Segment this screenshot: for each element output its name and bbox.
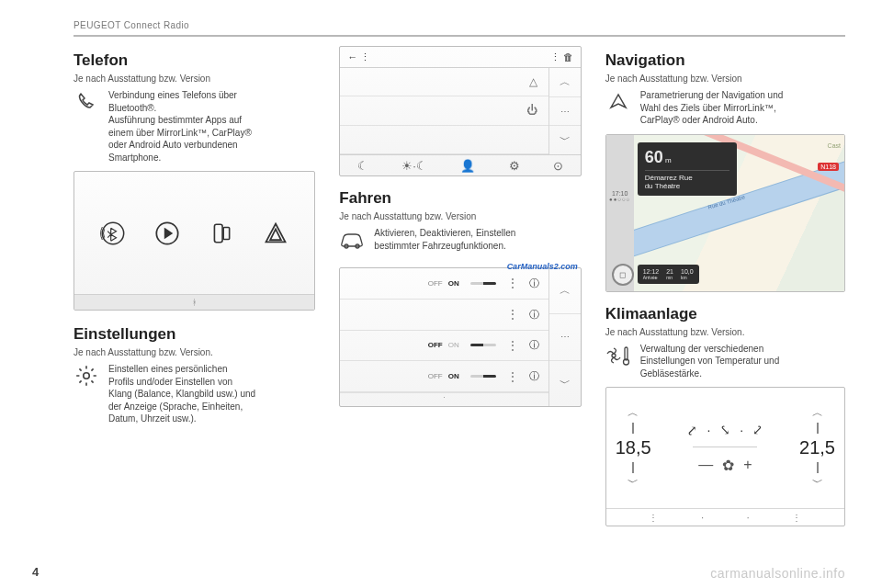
section-title-klima: Klimaanlage (605, 305, 845, 323)
back-icon[interactable]: ← ⋮ (347, 51, 370, 63)
off-label: OFF (428, 341, 443, 349)
location-icon[interactable]: ⊙ (553, 159, 563, 173)
toggle-switch[interactable]: OFFON (428, 341, 459, 349)
watermark-small: CarManuals2.com (507, 262, 578, 271)
on-label: ON (448, 279, 459, 288)
chevron-up-icon[interactable]: ︿ (628, 405, 639, 421)
section-subtitle: Je nach Ausstattung bzw. Version. (74, 347, 313, 357)
toggles-main: OFFON ⋮ⓘ ⋮ⓘ OFFON ⋮ⓘ OFFON ⋮ⓘ · (340, 268, 548, 406)
toggles-footer: · (340, 392, 548, 406)
power-icon: ⏻ (526, 104, 537, 117)
tick (817, 462, 819, 473)
navigation-map-panel[interactable]: 17:10 ●●○○○ ◻ 60 m Démarrez Rue du Théat… (605, 134, 845, 292)
info-icon[interactable]: ⓘ (529, 308, 539, 322)
nav-instruction-line: du Théatre (645, 182, 729, 190)
section-subtitle: Je nach Ausstattung bzw. Version (339, 211, 579, 221)
list-row[interactable]: ⏻ (340, 96, 548, 125)
svg-rect-3 (223, 227, 230, 239)
temp-right-value: 21,5 (799, 437, 835, 458)
toggle-row[interactable]: OFFON ⋮ⓘ (340, 331, 548, 362)
scroll-up-icon[interactable]: ︿ (549, 68, 581, 97)
more-icon[interactable]: ⋮ (507, 308, 518, 321)
more-icon[interactable]: ⋮ (649, 513, 658, 523)
nav-instruction-line: Démarrez Rue (645, 174, 729, 182)
nav-clock: 17:10 (612, 190, 628, 197)
scroll-up-icon[interactable]: ︿ (549, 268, 581, 314)
info-icon[interactable]: ⓘ (529, 277, 539, 290)
carplay-icon[interactable] (206, 218, 237, 249)
desc-text: Verwaltung der verschiedenen Einstellung… (640, 343, 780, 380)
fan-row: — ✿ + (698, 457, 752, 474)
airflow-icon[interactable]: ⤥ (719, 423, 730, 437)
eta-time: 12:12 (643, 268, 660, 275)
chevron-down-icon[interactable]: ﹀ (628, 475, 639, 491)
svg-point-4 (84, 373, 90, 379)
desc-line: Einstellen eines persönlichen (108, 364, 228, 374)
section-subtitle: Je nach Ausstattung bzw. Version (605, 74, 845, 84)
temp-left-control[interactable]: ︿ 18,5 ﹀ (616, 405, 651, 491)
toggle-row[interactable]: OFFON ⋮ⓘ (340, 361, 548, 392)
toggle-row[interactable]: ⋮ⓘ (340, 300, 548, 331)
chevron-up-icon[interactable]: ︿ (812, 405, 823, 421)
scroll-down-icon[interactable]: ﹀ (549, 361, 581, 406)
nav-distance-value: 60 (645, 148, 663, 166)
fan-plus-button[interactable]: + (743, 457, 752, 473)
column-1: Telefon Je nach Ausstattung bzw. Version… (74, 46, 313, 560)
eta-dist-label: km (681, 275, 694, 280)
more-icon[interactable]: ⋮ (507, 370, 518, 383)
desc-line: Gebläsestärke. (640, 368, 702, 379)
more-icon[interactable]: ⋮ (507, 277, 518, 289)
profile-icon[interactable]: 👤 (460, 159, 475, 173)
toggle-switch[interactable]: OFFON (428, 279, 459, 288)
desc-line: Ausführung bestimmter Apps auf (108, 115, 242, 125)
scroll-more-icon[interactable]: ⋯ (549, 314, 581, 360)
toggle-switch[interactable]: OFFON (428, 372, 459, 380)
temp-right-control[interactable]: ︿ 21,5 ﹀ (799, 405, 835, 491)
menu-trash-icon[interactable]: ⋮ 🗑 (550, 51, 573, 63)
chevron-down-icon[interactable]: ﹀ (812, 475, 823, 491)
section-title-fahren: Fahren (339, 189, 579, 208)
scroll-more-icon[interactable]: ⋯ (549, 97, 581, 127)
list-row[interactable]: △ (340, 68, 548, 96)
desc-line: der Anzeige (Sprache, Einheiten, (108, 401, 243, 412)
desc-line: oder Android Auto verbundenen (108, 140, 238, 150)
section-subtitle: Je nach Ausstattung bzw. Version. (605, 327, 845, 337)
desc-line: Smartphone. (108, 153, 161, 163)
list-row[interactable] (340, 126, 548, 154)
more-icon[interactable]: ⋮ (507, 339, 518, 352)
desc-text: Einstellen eines persönlichen Profils un… (108, 363, 255, 425)
settings-icon[interactable]: ⚙ (509, 159, 520, 173)
airflow-row[interactable]: ⤤· ⤥· ⤦ (686, 423, 763, 437)
climate-panel: ︿ 18,5 ﹀ ⤤· ⤥· ⤦ — ✿ + (605, 387, 845, 526)
eta-min-label: mn (666, 275, 673, 280)
bluetooth-icon[interactable] (97, 218, 129, 249)
fan-thermo-icon (605, 343, 631, 368)
column-2: ← ⋮ ⋮ 🗑 △ ⏻ ︿ ⋯ ﹀ ☾ ☀·☾ 👤 ⚙ (339, 46, 579, 560)
on-label: ON (448, 372, 459, 380)
mirrorlink-icon[interactable] (152, 218, 183, 249)
nav-stop-button[interactable]: ◻ (612, 264, 634, 286)
fan-minus-button[interactable]: — (698, 457, 713, 473)
desc-text: Verbindung eines Telefons über Bluetooth… (108, 89, 252, 164)
svg-point-7 (612, 354, 616, 357)
scroll-down-icon[interactable]: ﹀ (549, 126, 581, 154)
watermark: carmanualsonline.info (710, 566, 845, 581)
eta-dist: 10,0 (681, 268, 694, 275)
page-header: PEUGEOT Connect Radio (74, 20, 189, 30)
brightness-icon[interactable]: ☀·☾ (401, 159, 427, 173)
page-number: 4 (32, 565, 39, 579)
desc-line: Aktivieren, Deaktivieren, Einstellen (374, 228, 515, 238)
desc-row: Einstellen eines persönlichen Profils un… (74, 363, 313, 425)
airflow-icon[interactable]: ⤤ (686, 423, 697, 437)
desc-line: Wahl des Ziels über MirrorLink™, (640, 103, 776, 113)
fan-icon: ✿ (722, 457, 734, 474)
info-icon[interactable]: ⓘ (529, 369, 539, 383)
list-header: ← ⋮ ⋮ 🗑 (340, 47, 580, 68)
more-icon[interactable]: ⋮ (792, 513, 801, 523)
info-icon[interactable]: ⓘ (529, 338, 539, 352)
toggle-row[interactable]: OFFON ⋮ⓘ (340, 268, 548, 300)
moon-icon[interactable]: ☾ (357, 159, 368, 173)
climate-body: ︿ 18,5 ﹀ ⤤· ⤥· ⤦ — ✿ + (606, 388, 844, 508)
airflow-icon[interactable]: ⤦ (752, 423, 763, 437)
android-auto-icon[interactable] (260, 218, 291, 249)
